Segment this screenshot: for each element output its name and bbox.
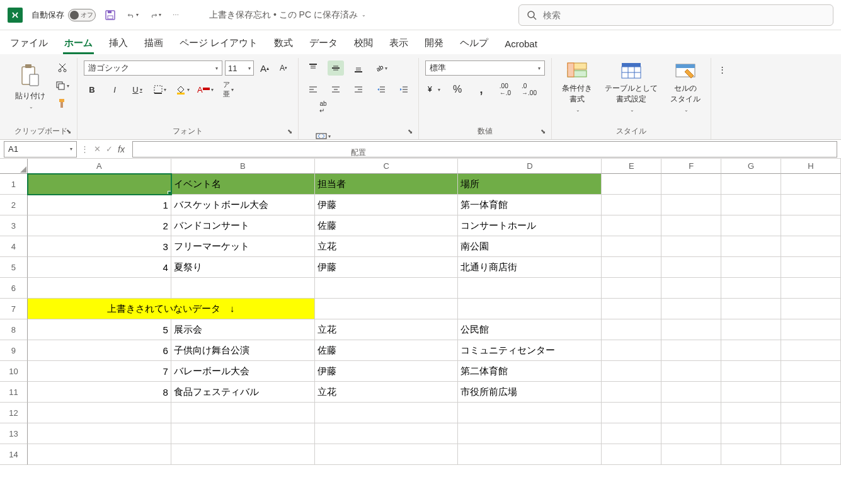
launcher-font[interactable]: ⬊ [285,127,294,135]
cell[interactable] [721,361,781,382]
cell[interactable] [315,403,459,423]
align-right-icon[interactable] [350,82,367,97]
tab-help[interactable]: ヘルプ [459,33,489,54]
cell[interactable] [781,278,841,299]
cell[interactable] [781,319,841,340]
wrap-text-icon[interactable]: ab↵ [312,100,334,115]
comma-icon[interactable]: , [473,82,489,97]
cut-icon[interactable] [54,60,71,76]
tab-review[interactable]: 校閲 [353,33,374,54]
copy-icon[interactable]: ▾ [54,78,71,93]
cell[interactable] [781,382,841,403]
align-bottom-icon[interactable] [350,60,367,76]
cell[interactable] [781,236,841,257]
tab-file[interactable]: ファイル [9,33,49,54]
row-header[interactable]: 8 [0,319,28,340]
increase-font-icon[interactable]: A▴ [256,60,273,76]
cell[interactable] [661,195,721,215]
col-header-d[interactable]: D [458,159,602,174]
cell[interactable] [721,257,781,278]
search-input[interactable] [543,10,825,20]
cell[interactable] [781,215,841,236]
col-header-c[interactable]: C [315,159,459,174]
cell[interactable]: 佐藤 [315,340,459,361]
cell[interactable] [171,278,315,299]
cell[interactable] [661,403,721,423]
cell[interactable] [602,361,661,382]
autosave-toggle[interactable]: 自動保存 オフ [31,9,96,21]
cell[interactable]: 8 [28,382,171,403]
cell[interactable] [602,444,661,465]
cell[interactable] [661,174,721,195]
tab-formulas[interactable]: 数式 [273,33,294,54]
cell[interactable]: 公民館 [458,319,602,340]
cell[interactable] [661,444,721,465]
save-icon[interactable] [105,9,116,21]
row-header[interactable]: 4 [0,236,28,257]
cell[interactable] [602,195,661,215]
tab-view[interactable]: 表示 [388,33,409,54]
cell[interactable]: 伊藤 [315,257,459,278]
launcher-number[interactable]: ⬊ [539,127,547,135]
col-header-g[interactable]: G [721,159,781,174]
format-as-table-button[interactable]: テーブルとして 書式設定⌄ [601,60,661,114]
cell[interactable] [458,403,602,423]
phonetic-icon[interactable]: ア亜▾ [220,82,236,97]
tab-draw[interactable]: 描画 [143,33,164,54]
cell[interactable] [661,361,721,382]
cell[interactable]: バンドコンサート [171,215,315,236]
enter-formula-icon[interactable]: ✓ [106,144,113,154]
row-header[interactable]: 1 [0,174,28,195]
fill-color-icon[interactable]: ▾ [174,82,191,97]
row-header[interactable]: 5 [0,257,28,278]
cell[interactable] [458,444,602,465]
orientation-icon[interactable]: ab▾ [373,60,389,76]
cell[interactable] [171,403,315,423]
ribbon-overflow-icon[interactable]: ⋮ [714,62,730,77]
col-header-e[interactable]: E [602,159,661,174]
search-box[interactable] [518,4,833,26]
cell[interactable] [721,236,781,257]
cell[interactable] [661,236,721,257]
row-header[interactable]: 3 [0,215,28,236]
cell[interactable] [458,299,602,319]
row-header[interactable]: 6 [0,278,28,299]
cell[interactable] [661,423,721,444]
col-header-h[interactable]: H [781,159,841,174]
cell[interactable]: 4 [28,257,171,278]
cell[interactable]: 市役所前広場 [458,382,602,403]
redo-icon[interactable]: ▾ [150,9,161,21]
cell[interactable]: 6 [28,340,171,361]
tab-home[interactable]: ホーム [63,33,94,54]
cell[interactable] [602,236,661,257]
cell[interactable] [781,423,841,444]
row-header[interactable]: 7 [0,299,28,319]
cell[interactable] [171,423,315,444]
cell[interactable] [721,382,781,403]
cell[interactable] [602,278,661,299]
cell[interactable]: フリーマーケット [171,236,315,257]
cell[interactable]: 5 [28,319,171,340]
cell[interactable]: 立花 [315,236,459,257]
cell[interactable]: 夏祭り [171,257,315,278]
fx-icon[interactable]: fx [118,144,125,154]
cell[interactable]: バレーボール大会 [171,361,315,382]
conditional-format-button[interactable]: 条件付き 書式⌄ [558,60,596,114]
tab-data[interactable]: データ [308,33,339,54]
cell[interactable]: 3 [28,236,171,257]
cell[interactable] [28,444,171,465]
align-top-icon[interactable] [305,60,321,76]
formula-bar[interactable] [132,141,837,158]
cell[interactable] [602,319,661,340]
cell[interactable] [781,299,841,319]
cell[interactable]: 立花 [315,319,459,340]
cell[interactable] [661,319,721,340]
cell[interactable]: 第一体育館 [458,195,602,215]
font-name-select[interactable]: 游ゴシック▾ [84,60,222,76]
col-header-f[interactable]: F [661,159,721,174]
cell[interactable] [661,278,721,299]
qat-overflow-icon[interactable]: ⋯ [170,9,181,21]
row-header[interactable]: 12 [0,403,28,423]
cell[interactable] [315,423,459,444]
increase-decimal-icon[interactable]: .00←.0 [497,82,513,97]
